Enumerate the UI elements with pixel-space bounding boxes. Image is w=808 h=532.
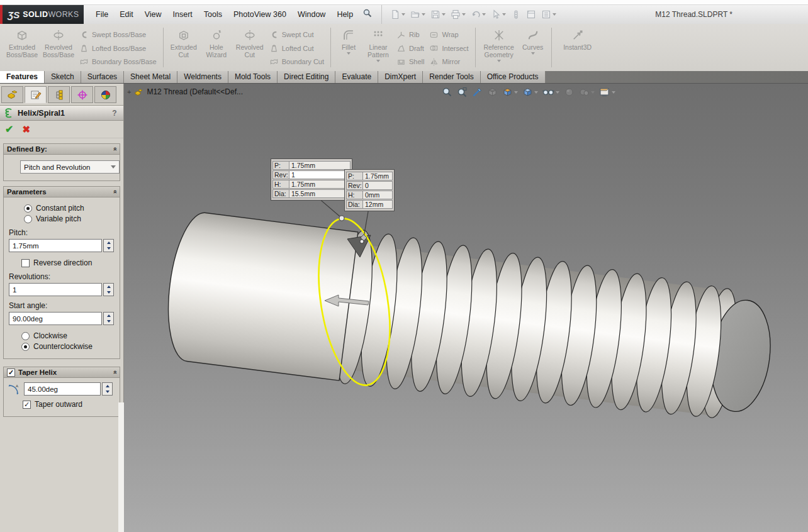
tab-evaluate[interactable]: Evaluate: [335, 71, 378, 83]
menu-view[interactable]: View: [139, 5, 167, 24]
part-name-label[interactable]: M12 Thread (Default<<Def...: [147, 87, 243, 96]
swept-boss-base-button[interactable]: Swept Boss/Base: [79, 28, 157, 41]
callout2-anchor-point[interactable]: [360, 240, 364, 243]
lofted-boss-base-button[interactable]: Lofted Boss/Base: [79, 42, 157, 55]
new-document-button[interactable]: [388, 9, 407, 20]
intersect-button[interactable]: Intersect: [429, 42, 468, 55]
pitch-stepper[interactable]: [103, 239, 114, 252]
zoom-to-fit-button[interactable]: [442, 87, 452, 97]
configuration-manager-tab[interactable]: [48, 86, 70, 103]
display-style-button[interactable]: [522, 87, 538, 97]
revolutions-callout-value[interactable]: 0: [363, 181, 393, 190]
property-manager-tab[interactable]: [25, 86, 47, 103]
ok-button[interactable]: ✔: [5, 125, 13, 135]
pitch-input[interactable]: [9, 239, 102, 252]
menu-edit[interactable]: Edit: [114, 5, 139, 24]
revolutions-callout-value[interactable]: 1: [289, 170, 351, 179]
swept-cut-button[interactable]: Swept Cut: [269, 28, 324, 41]
counterclockwise-radio[interactable]: Counterclockwise: [21, 342, 116, 351]
variable-pitch-radio[interactable]: Variable pitch: [24, 214, 116, 223]
start-angle-stepper[interactable]: [103, 312, 114, 325]
menu-file[interactable]: File: [90, 5, 114, 24]
tab-features[interactable]: Features: [0, 71, 45, 83]
extruded-cut-button[interactable]: ExtrudedCut: [167, 26, 200, 70]
search-icon[interactable]: [362, 8, 373, 21]
tab-dimxpert[interactable]: DimXpert: [378, 71, 423, 83]
parameters-header[interactable]: Parameters »: [4, 187, 120, 197]
undo-button[interactable]: [469, 9, 488, 20]
cancel-button[interactable]: ✖: [22, 125, 30, 134]
threaded-rod-model[interactable]: [160, 207, 779, 436]
taper-angle-input[interactable]: [24, 382, 101, 396]
edit-appearance-button[interactable]: [564, 87, 575, 97]
tab-mold-tools[interactable]: Mold Tools: [228, 71, 278, 83]
revolutions-input[interactable]: [9, 283, 102, 296]
view-settings-button[interactable]: [599, 87, 615, 97]
reverse-direction-checkbox[interactable]: Reverse direction: [21, 258, 116, 267]
open-button[interactable]: [408, 9, 427, 20]
save-button[interactable]: [429, 9, 447, 20]
previous-view-button[interactable]: [472, 87, 483, 97]
start-angle-input[interactable]: [9, 312, 102, 325]
constant-pitch-radio[interactable]: Constant pitch: [24, 204, 116, 213]
file-properties-button[interactable]: [524, 9, 538, 20]
revolutions-stepper[interactable]: [103, 283, 114, 296]
reference-geometry-button[interactable]: ReferenceGeometry: [480, 26, 519, 70]
rib-button[interactable]: Rib: [396, 28, 424, 41]
help-button[interactable]: ?: [109, 109, 120, 118]
section-view-button[interactable]: [487, 87, 498, 97]
model-scene[interactable]: [124, 84, 808, 532]
tab-render-tools[interactable]: Render Tools: [423, 71, 481, 83]
defined-by-select[interactable]: Pitch and Revolution: [20, 160, 120, 174]
tab-surfaces[interactable]: Surfaces: [81, 71, 124, 83]
hole-wizard-button[interactable]: HoleWizard: [200, 26, 233, 70]
draft-button[interactable]: Draft: [396, 42, 424, 55]
display-manager-tab[interactable]: [94, 86, 116, 103]
fillet-button[interactable]: Fillet: [335, 26, 362, 70]
taper-helix-checkbox[interactable]: ✓: [7, 369, 15, 377]
curves-button[interactable]: Curves: [519, 26, 547, 70]
menu-tools[interactable]: Tools: [198, 5, 228, 24]
shell-button[interactable]: Shell: [396, 55, 424, 68]
taper-angle-stepper[interactable]: [102, 382, 113, 396]
lofted-cut-button[interactable]: Lofted Cut: [269, 42, 324, 55]
clockwise-radio[interactable]: Clockwise: [21, 331, 116, 340]
hide-show-items-button[interactable]: [542, 87, 559, 97]
view-orientation-button[interactable]: [502, 87, 518, 97]
tab-sketch[interactable]: Sketch: [45, 71, 81, 83]
diameter-callout-value[interactable]: 15.5mm: [289, 189, 351, 198]
menu-photoview360[interactable]: PhotoView 360: [228, 5, 292, 24]
rebuild-button[interactable]: [509, 9, 523, 20]
print-button[interactable]: [449, 9, 468, 20]
feature-manager-tab[interactable]: [1, 86, 23, 103]
callout1-anchor-point[interactable]: [339, 216, 344, 221]
boundary-cut-button[interactable]: Boundary Cut: [269, 55, 324, 68]
tab-weldments[interactable]: Weldments: [177, 71, 228, 83]
diameter-callout-value[interactable]: 12mm: [363, 200, 393, 209]
defined-by-header[interactable]: Defined By: »: [4, 144, 120, 155]
menu-help[interactable]: Help: [331, 5, 359, 24]
apply-scene-button[interactable]: [579, 87, 595, 97]
mirror-button[interactable]: Mirror: [429, 55, 468, 68]
revolved-boss-base-button[interactable]: RevolvedBoss/Base: [40, 26, 77, 70]
tab-office-products[interactable]: Office Products: [481, 71, 546, 83]
linear-pattern-button[interactable]: LinearPattern: [362, 26, 394, 70]
graphics-viewport[interactable]: + M12 Thread (Default<<Def... P:1.75mm R…: [124, 84, 808, 532]
pitch-callout-value[interactable]: 1.75mm: [363, 172, 393, 180]
extruded-boss-base-button[interactable]: ExtrudedBoss/Base: [4, 26, 40, 70]
select-button[interactable]: [489, 9, 508, 20]
revolved-cut-button[interactable]: RevolvedCut: [233, 26, 267, 70]
tree-expand-toggle[interactable]: +: [127, 88, 131, 96]
instant3d-button[interactable]: Instant3D: [556, 26, 600, 70]
wrap-button[interactable]: Wrap: [429, 28, 468, 41]
dimxpert-manager-tab[interactable]: [71, 86, 93, 103]
boundary-boss-base-button[interactable]: Boundary Boss/Base: [79, 55, 157, 68]
height-callout-value[interactable]: 0mm: [363, 191, 393, 199]
options-button[interactable]: [539, 9, 558, 20]
menu-window[interactable]: Window: [292, 5, 331, 24]
tab-direct-editing[interactable]: Direct Editing: [278, 71, 335, 83]
height-callout-value[interactable]: 1.75mm: [289, 180, 351, 189]
taper-helix-header[interactable]: ✓ Taper Helix »: [4, 367, 120, 378]
taper-outward-checkbox[interactable]: ✓ Taper outward: [23, 400, 116, 409]
menu-insert[interactable]: Insert: [167, 5, 198, 24]
